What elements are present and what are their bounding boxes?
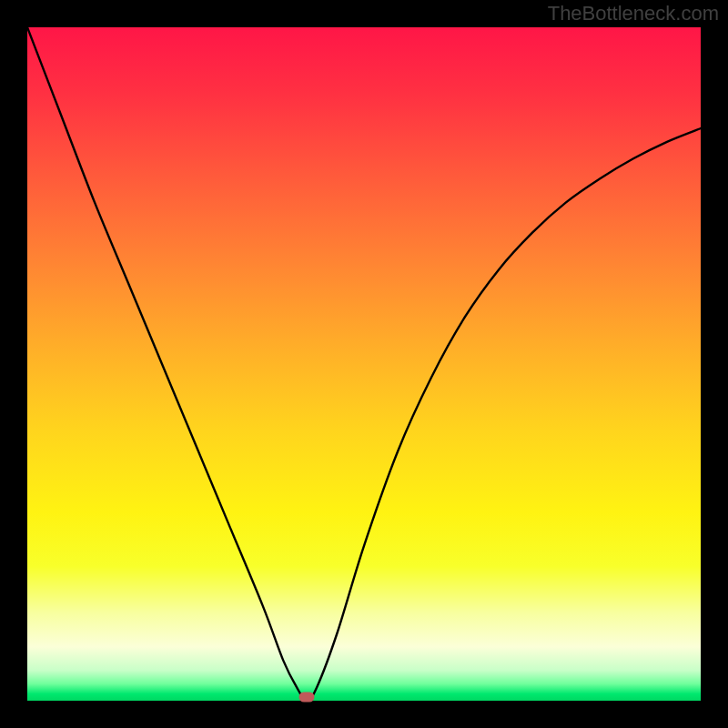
svg-rect-0 bbox=[27, 27, 701, 701]
chart-frame: TheBottleneck.com bbox=[0, 0, 728, 728]
plot-area bbox=[27, 27, 701, 701]
heat-gradient bbox=[27, 27, 701, 701]
min-point-marker bbox=[299, 693, 315, 703]
watermark-text: TheBottleneck.com bbox=[548, 2, 719, 25]
